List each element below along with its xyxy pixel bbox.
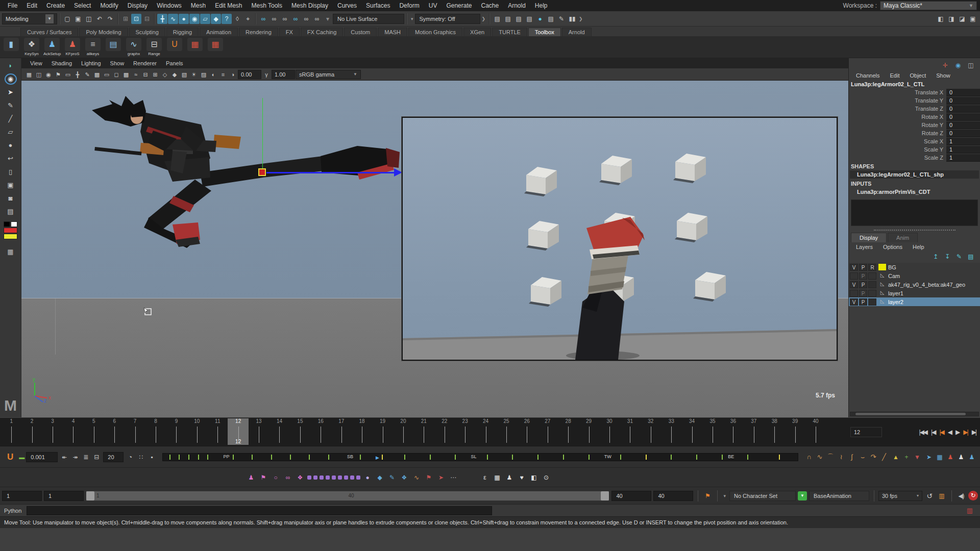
dot-icon[interactable]: ● [5,140,17,151]
edit-mesh[interactable]: Edit Mesh [210,2,247,9]
sphere-icon[interactable]: ◉ [953,60,963,70]
key-range-icon[interactable]: ⊟ [91,452,102,462]
layer-reference-toggle[interactable] [868,272,876,280]
frame-slot[interactable]: 23 [455,418,475,445]
layer-playback-toggle[interactable]: P [859,264,867,271]
modify[interactable]: Modify [95,2,122,9]
layer-color-swatch[interactable]: ◺ [878,272,886,279]
clipboard-icon[interactable]: ▤ [5,206,17,217]
image-plane-icon[interactable]: ▭ [63,70,72,79]
pause-icon[interactable]: ▮▮ [567,14,577,24]
layer-visibility-toggle[interactable] [850,272,858,280]
channel-attribute-row[interactable]: Scale Y 1 [849,145,980,154]
frame-slot[interactable]: 17 [331,418,352,445]
generate[interactable]: Generate [442,2,476,9]
lock-camera-icon[interactable]: ◫ [34,70,43,79]
fx[interactable]: FX [279,28,300,36]
tool-settings-toggle-icon[interactable]: ◪ [957,14,967,24]
layer-visibility-toggle[interactable]: V [850,281,858,288]
frame-slot[interactable]: 35 [702,418,723,445]
layer-visibility-toggle[interactable]: V [850,298,858,306]
frame-slot[interactable]: 4 [63,418,83,445]
display[interactable]: Display [851,233,887,242]
lock-selection-icon[interactable]: ◊ [232,14,242,24]
purple-dot-icon[interactable] [332,475,336,480]
camera-pip-view[interactable] [402,117,838,361]
panels[interactable]: Panels [161,60,188,66]
channel-attribute-row[interactable]: Rotate X 0 [849,113,980,121]
frame-slot[interactable]: 3 [42,418,63,445]
bookmark-add-icon[interactable]: ⚑ [702,491,713,501]
shelf-item-graphx[interactable]: ∿ graphx [125,38,143,56]
film-gate-icon[interactable]: ▭ [102,70,111,79]
layer-row[interactable]: P ◺ Cam [849,271,980,280]
save-scene-icon[interactable]: ◫ [84,14,94,24]
motion-graphics[interactable]: Motion Graphics [408,28,462,36]
attribute-value-field[interactable]: 0 [946,89,980,96]
auto-keyframe-toggle[interactable]: ↻ [968,491,978,500]
frame-slot[interactable]: 21 [413,418,434,445]
purple-dot-icon[interactable] [313,475,317,480]
arnold[interactable]: Arnold [503,2,530,9]
create[interactable]: Create [42,2,69,9]
horizontal-scrollbar[interactable] [850,412,979,416]
shelf-item-allkeys[interactable]: ≡ allkeys [84,38,102,56]
safe-action-icon[interactable]: ⊟ [141,70,150,79]
move-layer-up-icon[interactable]: ↥ [932,253,940,261]
shape-node-name[interactable]: Luna3p:legArmor02_L_CTL_shp [850,170,979,179]
animation-end-field[interactable]: 40 [653,491,693,501]
windows[interactable]: Windows [152,2,186,9]
live-surface-field[interactable]: No Live Surface [333,14,404,24]
panel-splitter[interactable] [874,230,955,231]
bookmark-icon[interactable]: ⚑ [54,70,63,79]
channel-attribute-row[interactable]: Scale Z 1 [849,154,980,162]
file[interactable]: File [3,2,22,9]
undo-icon[interactable]: ↶ [94,14,105,24]
manipulator-x-arrowhead[interactable] [394,168,402,177]
new-layer-icon[interactable]: ▤ [967,253,975,261]
custom[interactable]: Custom [344,28,377,36]
frame-slot[interactable]: 26 [517,418,537,445]
frame-slot[interactable]: 25 [496,418,517,445]
curve-s-icon[interactable]: ≀ [836,452,846,462]
channel-attribute-row[interactable]: Translate Y 0 [849,96,980,105]
animbot-logo-icon[interactable]: ε [480,472,490,483]
chain-link-icon-1[interactable]: ∞ [258,14,268,24]
link-menu-caret-icon[interactable]: ▾ [323,14,333,24]
snap-to-grid-icon[interactable]: ╋ [157,14,167,24]
delete-key-icon[interactable]: ▼ [912,452,922,462]
mesh-display[interactable]: Mesh Display [287,2,333,9]
view-transform-dropdown[interactable]: sRGB gamma ▼ [296,70,361,79]
range-start-handle[interactable] [86,491,94,500]
go-to-start-button[interactable]: |◀◀ [917,429,929,436]
frame-slot[interactable]: 15 [290,418,310,445]
display[interactable]: Display [123,2,152,9]
ipr-render-icon[interactable]: ▤ [513,14,524,24]
u-plugin-logo[interactable]: U [3,452,17,462]
frame-slot[interactable]: 31 [620,418,640,445]
surfaces[interactable]: Surfaces [361,2,395,9]
menu-set-dropdown[interactable]: Modeling ▼ [2,13,57,24]
anim-layer-icon[interactable]: ▼ [798,491,807,500]
clip-editor-icon[interactable]: ▥ [937,491,947,501]
poly-modeling[interactable]: Poly Modeling [79,28,128,36]
star-pink-icon[interactable]: ❖ [295,472,305,483]
animation[interactable]: Animation [200,28,238,36]
small-square-icon[interactable]: ▪ [146,452,157,462]
object[interactable]: Object [904,72,931,79]
chain-link-icon-6[interactable]: ∞ [312,14,322,24]
frame-slot[interactable]: 18 [352,418,372,445]
frame-slot[interactable]: 9 [166,418,186,445]
frame-slot[interactable]: 19 [372,418,393,445]
next-key-icon[interactable]: ↠ [70,452,80,462]
layer-playback-toggle[interactable]: P [859,281,867,288]
layer-playback-toggle[interactable]: P [859,272,867,280]
step-back-key-button[interactable]: |◀ [937,429,945,436]
layer-color-swatch[interactable]: ◺ [878,298,886,305]
highlight-selection-icon[interactable]: ⌖ [243,14,253,24]
purple-dot-icon[interactable] [320,475,324,480]
wireframe-icon[interactable]: ◇ [160,70,169,79]
swatch-black[interactable] [4,221,10,227]
layer-playback-toggle[interactable]: P [859,298,867,306]
curve-smile-icon[interactable]: ⌣ [857,452,868,462]
